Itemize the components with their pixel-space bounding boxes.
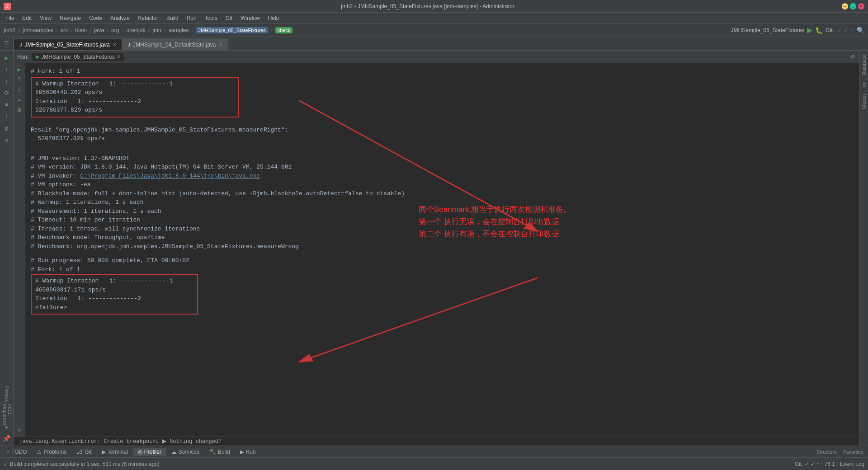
sidebar-pull-icon[interactable]: Pull Requests <box>1 409 12 420</box>
btn-terminal[interactable]: ▶ Terminal <box>97 448 132 456</box>
tab-state-fixtures[interactable]: J JMHSample_05_StateFixtures.java ✕ <box>14 38 122 50</box>
build-icon: 🔨 <box>209 449 216 455</box>
maximize-button[interactable]: □ <box>850 3 856 9</box>
btn-problems[interactable]: ⚠ Problems <box>32 448 71 456</box>
btn-services[interactable]: ☁ Services <box>167 448 204 456</box>
nav-run-config: JMHSample_05_StateFixtures <box>731 27 805 33</box>
console-line-progress: # Run progress: 50.00% complete, ETA 00:… <box>31 256 854 265</box>
nav-src[interactable]: src <box>61 27 68 33</box>
tab-default-state[interactable]: J JMHSample_04_DefaultState.java ✕ <box>122 38 228 50</box>
menu-edit[interactable]: Edit <box>19 14 35 22</box>
menu-git[interactable]: Git <box>222 14 236 22</box>
menu-analyze[interactable]: Analyze <box>107 14 133 22</box>
console-output[interactable]: # Fork: 1 of 1 # Warmup Iteration 1: ---… <box>25 63 859 437</box>
editor-tab-bar: ☰ J JMHSample_05_StateFixtures.java ✕ J … <box>0 37 868 51</box>
git-check1[interactable]: ✓ <box>837 27 841 33</box>
menu-build[interactable]: Build <box>163 14 182 22</box>
search-button[interactable]: 🔍 <box>857 27 864 34</box>
sidebar-down-icon[interactable]: ↓ <box>1 76 12 87</box>
nav-jmh[interactable]: jmh <box>152 27 161 33</box>
menu-run[interactable]: Run <box>183 14 200 22</box>
nav-org[interactable]: org <box>111 27 119 33</box>
run-scroll-top-btn[interactable]: ⤒ <box>15 75 24 84</box>
main-layout: ▶ ↑ ↓ ⟳ ≡ ↕ ⚙ ✕ Commit Pull Requests ★ 📌… <box>0 51 868 446</box>
event-log-btn[interactable]: Event Log <box>840 461 864 467</box>
tab-state-fixtures-close[interactable]: ✕ <box>113 42 116 47</box>
run-tab[interactable]: ▶ JMHSample_05_StateFixtures ✕ <box>32 53 124 61</box>
annotation-line1: 两个Beanmark,相当于执行两次检测和准备。 <box>419 203 571 216</box>
run-tab-close[interactable]: ✕ <box>117 54 121 60</box>
console-line-jmh-ver: # JMH version: 1.37-SNAPSHOT <box>31 154 854 163</box>
sidebar-star-icon[interactable]: ★ <box>1 421 12 432</box>
console-line-vm-invoker: # VM invoker: C:\Program Files\Java\jdk1… <box>31 172 854 181</box>
menu-code[interactable]: Code <box>85 14 106 22</box>
annotation-text: 两个Beanmark,相当于执行两次检测和准备。 第一个 执行无误，会在控制台打… <box>419 203 571 240</box>
nav-java[interactable]: java <box>94 27 104 33</box>
sidebar-refresh-icon[interactable]: ⟳ <box>1 88 12 99</box>
console-line-bench: # Benchmark: org.openjdk.jmh.samples.JMH… <box>31 242 854 251</box>
console-line-fork2: # Fork: 1 of 1 <box>31 265 854 274</box>
run-print-btn[interactable]: 🖨 <box>15 105 24 114</box>
menu-window[interactable]: Window <box>237 14 264 22</box>
run-button[interactable]: ▶ <box>807 26 812 34</box>
sidebar-up-icon[interactable]: ↑ <box>1 64 12 75</box>
menu-help[interactable]: Help <box>264 14 283 22</box>
sidebar-commit-icon[interactable]: Commit <box>1 389 12 400</box>
right-tab-database[interactable]: Database <box>860 51 868 79</box>
sidebar-sort-icon[interactable]: ↕ <box>1 111 12 122</box>
nav-class-tag[interactable]: JMHSample_05_StateFixtures <box>196 27 268 33</box>
btn-build[interactable]: 🔨 Build <box>205 448 235 456</box>
menu-navigate[interactable]: Navigate <box>56 14 85 22</box>
right-tab-m[interactable]: m <box>860 79 868 90</box>
menu-refactor[interactable]: Refactor <box>134 14 162 22</box>
git-status: Git: ✓ ✓ ↑ <box>795 461 820 467</box>
window-controls[interactable]: ─ □ ✕ <box>842 3 864 9</box>
favorites-tab[interactable]: Favorites <box>840 449 866 455</box>
git-icon: ⎇ <box>76 449 83 455</box>
bottom-toolbar: ≡ TODO ⚠ Problems ⎇ Git ▶ Terminal ◎ Pro… <box>0 446 868 457</box>
menu-view[interactable]: View <box>36 14 55 22</box>
title-bar: J jmh2 - JMHSample_05_StateFixtures.java… <box>0 0 868 13</box>
run-header: Run: ▶ JMHSample_05_StateFixtures ✕ ⚙ <box>14 51 859 63</box>
run-clear-btn[interactable]: ✕ <box>15 426 24 435</box>
sidebar-pin-icon[interactable]: 📌 <box>1 433 12 444</box>
nav-jmh-samples[interactable]: jmh-samples <box>23 27 53 33</box>
tab-default-state-close[interactable]: ✕ <box>219 42 222 47</box>
run-wrap-btn[interactable]: ↵ <box>15 95 24 104</box>
nav-jmh2[interactable]: jmh2 <box>4 27 15 33</box>
build-status-text: Build completed successfully in 1 sec, 5… <box>10 461 160 467</box>
btn-run[interactable]: ▶ Run <box>236 448 260 456</box>
minimize-button[interactable]: ─ <box>842 3 848 9</box>
tab-default-state-label: JMHSample_04_DefaultState.java <box>133 42 216 48</box>
console-line-ops2: 520786377.829 ops/s <box>35 106 234 115</box>
project-toggle[interactable]: ☰ <box>4 40 9 47</box>
run-scroll-bottom-btn[interactable]: ⤓ <box>15 85 24 94</box>
git-push[interactable]: ↑ <box>851 27 854 33</box>
profiler-icon: ◎ <box>138 449 142 455</box>
run-settings-icon[interactable]: ⚙ <box>850 54 855 60</box>
structure-tab[interactable]: Structure <box>814 449 840 455</box>
nav-main[interactable]: main <box>75 27 87 33</box>
problems-label: Problems <box>43 449 66 455</box>
nav-openjdk[interactable]: openjdk <box>126 27 145 33</box>
nav-check-tag[interactable]: check <box>275 27 293 33</box>
nav-samples[interactable]: samples <box>169 27 189 33</box>
menu-file[interactable]: File <box>2 14 18 22</box>
sidebar-close-icon[interactable]: ✕ <box>1 135 12 146</box>
sidebar-list-icon[interactable]: ≡ <box>1 99 12 110</box>
vm-invoker-link[interactable]: C:\Program Files\Java\jdk1.8.0_144\jre\b… <box>80 173 260 179</box>
console-line-vm-opts: # VM options: -ea <box>31 180 854 189</box>
sidebar-run-icon[interactable]: ▶ <box>1 52 12 63</box>
git-check2[interactable]: ✓ <box>844 27 849 33</box>
profiler-label: Profiler <box>144 449 161 455</box>
right-tab-maven[interactable]: Maven <box>860 90 868 113</box>
debug-button[interactable]: 🐛 <box>815 27 823 34</box>
btn-git[interactable]: ⎇ Git <box>72 448 96 456</box>
sidebar-settings-icon[interactable]: ⚙ <box>1 123 12 134</box>
btn-todo[interactable]: ≡ TODO <box>2 448 31 456</box>
btn-profiler[interactable]: ◎ Profiler <box>133 448 166 456</box>
menu-tools[interactable]: Tools <box>201 14 221 22</box>
run-play-btn[interactable]: ▶ <box>15 65 24 74</box>
close-button[interactable]: ✕ <box>858 3 864 9</box>
run-panel: Run: ▶ JMHSample_05_StateFixtures ✕ ⚙ ▶ … <box>14 51 859 446</box>
